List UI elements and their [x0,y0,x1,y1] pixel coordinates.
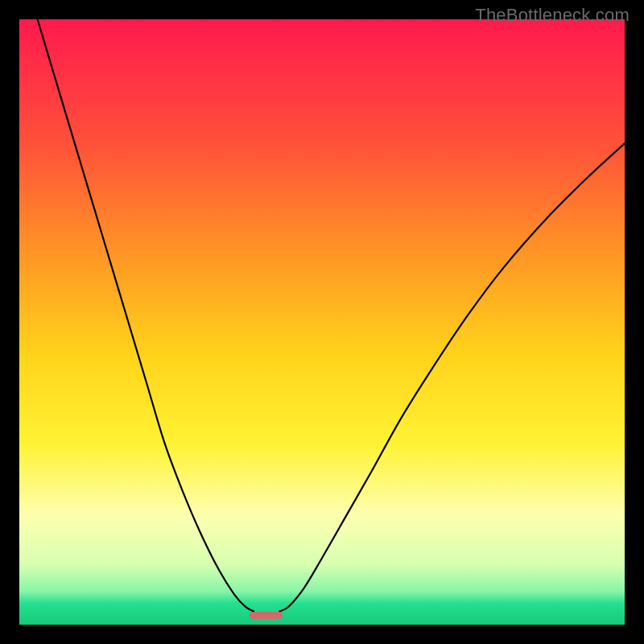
background-gradient [19,19,625,625]
svg-rect-0 [19,19,625,625]
watermark-text: TheBottleneck.com [475,5,630,26]
minimum-marker [250,612,283,619]
chart-plot-area [19,19,625,625]
chart-frame [19,19,625,625]
